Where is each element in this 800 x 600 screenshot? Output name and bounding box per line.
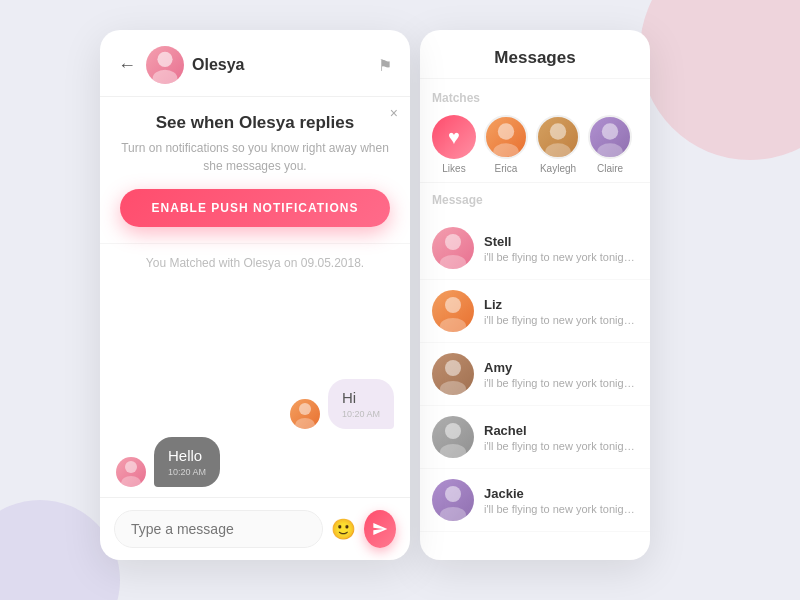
match-avatar-claire1 — [588, 115, 632, 159]
svg-point-11 — [597, 143, 622, 157]
conv-info-liz: Liz i'll be flying to new york tonight..… — [484, 297, 638, 326]
send-icon — [372, 521, 388, 537]
banner-title: See when Olesya replies — [120, 113, 390, 133]
svg-point-19 — [440, 444, 466, 458]
match-name-erica: Erica — [495, 163, 518, 174]
message-text: Hi — [342, 389, 356, 406]
conv-name-stell: Stell — [484, 234, 638, 249]
likes-avatar: ♥ — [432, 115, 476, 159]
svg-point-16 — [445, 360, 461, 376]
message-row: Hello 10:20 AM — [116, 437, 394, 487]
conversation-item-liz[interactable]: Liz i'll be flying to new york tonight..… — [420, 280, 650, 343]
flag-button[interactable]: ⚑ — [378, 56, 392, 75]
svg-point-21 — [440, 507, 466, 521]
svg-point-18 — [445, 423, 461, 439]
back-button[interactable]: ← — [118, 55, 136, 76]
message-bubble-sent: Hi 10:20 AM — [328, 379, 394, 429]
chat-input-area: 🙂 — [100, 497, 410, 560]
match-name-likes: Likes — [442, 163, 465, 174]
matches-label: Matches — [432, 91, 638, 105]
conv-name-jackie: Jackie — [484, 486, 638, 501]
svg-point-0 — [157, 52, 172, 67]
chat-messages: Hi 10:20 AM — [100, 282, 410, 497]
conv-preview-jackie: i'll be flying to new york tonight... — [484, 503, 638, 515]
message-time: 10:20 AM — [168, 467, 206, 477]
conv-preview-stell: i'll be flying to new york tonight... — [484, 251, 638, 263]
svg-point-10 — [602, 123, 618, 139]
matched-text: You Matched with Olesya on 09.05.2018. — [100, 244, 410, 282]
conv-preview-amy: i'll be flying to new york tonight... — [484, 377, 638, 389]
matches-section: Matches ♥ Likes Erica — [420, 79, 650, 183]
chat-panel: ← Olesya ⚑ × See when Olesya replies Tur… — [100, 30, 410, 560]
svg-point-2 — [299, 403, 311, 415]
enable-notifications-button[interactable]: ENABLE PUSH NOTIFICATIONS — [120, 189, 390, 227]
conv-preview-liz: i'll be flying to new york tonight... — [484, 314, 638, 326]
conv-info-amy: Amy i'll be flying to new york tonight..… — [484, 360, 638, 389]
conv-name-liz: Liz — [484, 297, 638, 312]
svg-point-17 — [440, 381, 466, 395]
svg-point-20 — [445, 486, 461, 502]
conv-avatar-liz — [432, 290, 474, 332]
message-time: 10:20 AM — [342, 409, 380, 419]
match-avatar-kaylegh — [536, 115, 580, 159]
conv-info-rachel: Rachel i'll be flying to new york tonigh… — [484, 423, 638, 452]
conversation-item-rachel[interactable]: Rachel i'll be flying to new york tonigh… — [420, 406, 650, 469]
app-container: ← Olesya ⚑ × See when Olesya replies Tur… — [100, 30, 650, 560]
emoji-button[interactable]: 🙂 — [331, 517, 356, 541]
chat-header: ← Olesya ⚑ — [100, 30, 410, 97]
match-item-erica[interactable]: Erica — [484, 115, 528, 174]
message-bubble-received: Hello 10:20 AM — [154, 437, 220, 487]
svg-point-8 — [550, 123, 566, 139]
message-row: Hi 10:20 AM — [116, 379, 394, 429]
svg-point-3 — [295, 418, 315, 429]
messages-panel: Messages Matches ♥ Likes — [420, 30, 650, 560]
svg-point-7 — [493, 143, 518, 157]
conversations-label: Message — [420, 183, 650, 207]
messages-header: Messages — [420, 30, 650, 79]
svg-point-6 — [498, 123, 514, 139]
conv-info-stell: Stell i'll be flying to new york tonight… — [484, 234, 638, 263]
svg-point-1 — [153, 70, 178, 84]
match-name-claire1: Claire — [597, 163, 623, 174]
conv-name-rachel: Rachel — [484, 423, 638, 438]
avatar — [146, 46, 184, 84]
conv-name-amy: Amy — [484, 360, 638, 375]
close-banner-button[interactable]: × — [390, 105, 398, 121]
svg-point-9 — [545, 143, 570, 157]
svg-point-13 — [440, 255, 466, 269]
message-text: Hello — [168, 447, 202, 464]
notification-banner: × See when Olesya replies Turn on notifi… — [100, 97, 410, 244]
conversations-list: Stell i'll be flying to new york tonight… — [420, 217, 650, 560]
conv-preview-rachel: i'll be flying to new york tonight... — [484, 440, 638, 452]
conversation-item-jackie[interactable]: Jackie i'll be flying to new york tonigh… — [420, 469, 650, 532]
match-item-claire1[interactable]: Claire — [588, 115, 632, 174]
sender-avatar — [290, 399, 320, 429]
matches-row: ♥ Likes Erica — [432, 115, 638, 174]
svg-point-5 — [121, 476, 141, 487]
svg-point-12 — [445, 234, 461, 250]
match-item-likes[interactable]: ♥ Likes — [432, 115, 476, 174]
match-name-kaylegh: Kaylegh — [540, 163, 576, 174]
banner-subtitle: Turn on notifications so you know right … — [120, 139, 390, 175]
message-input[interactable] — [114, 510, 323, 548]
match-avatar-erica — [484, 115, 528, 159]
conversation-item-amy[interactable]: Amy i'll be flying to new york tonight..… — [420, 343, 650, 406]
conv-avatar-amy — [432, 353, 474, 395]
messages-title: Messages — [494, 48, 575, 67]
conv-info-jackie: Jackie i'll be flying to new york tonigh… — [484, 486, 638, 515]
conv-avatar-stell — [432, 227, 474, 269]
contact-name: Olesya — [192, 56, 378, 74]
conv-avatar-jackie — [432, 479, 474, 521]
svg-point-15 — [440, 318, 466, 332]
receiver-avatar — [116, 457, 146, 487]
match-item-kaylegh[interactable]: Kaylegh — [536, 115, 580, 174]
conversation-item-stell[interactable]: Stell i'll be flying to new york tonight… — [420, 217, 650, 280]
svg-point-4 — [125, 461, 137, 473]
bg-decoration-top — [640, 0, 800, 160]
svg-point-14 — [445, 297, 461, 313]
conv-avatar-rachel — [432, 416, 474, 458]
send-button[interactable] — [364, 510, 396, 548]
